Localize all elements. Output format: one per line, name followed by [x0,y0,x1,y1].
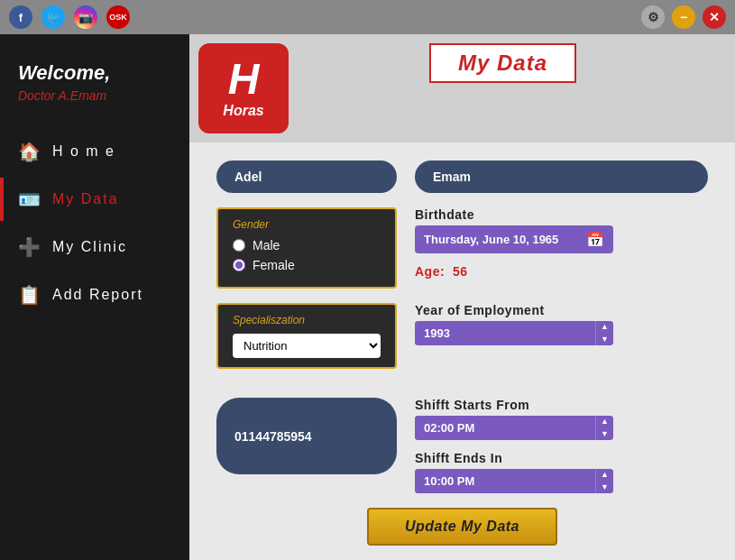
employment-spin-up[interactable]: ▲ [596,321,613,334]
osk-icon[interactable]: OSK [106,5,130,29]
calendar-icon[interactable]: 📅 [586,231,604,248]
close-button[interactable]: ✕ [703,5,726,29]
title-bar: f 🐦 📷 OSK ⚙ − ✕ [0,0,735,34]
page-title-area: My Data [289,43,717,92]
welcome-section: Welcome, Doctor A.Emam [0,52,189,130]
shift-start-buttons: ▲ ▼ [595,416,613,440]
shift-end-spin-up[interactable]: ▲ [596,469,613,482]
sidebar-item-mydata-label: My Data [52,191,119,207]
mydata-icon: 🪪 [18,188,40,210]
employment-spinner[interactable]: ▲ ▼ [415,321,613,345]
myclinic-icon: ➕ [18,236,40,258]
sidebar-item-home[interactable]: 🏠 H o m e [0,130,189,173]
title-bar-right: ⚙ − ✕ [641,5,726,29]
employment-value-input[interactable] [415,321,595,345]
birthdate-group: Birthdate 📅 [415,207,708,253]
sidebar-item-addreport[interactable]: 📋 Add Report [0,273,189,317]
gender-male-radio[interactable] [233,239,245,252]
phone-input[interactable] [234,429,379,444]
employment-spinner-buttons: ▲ ▼ [595,321,613,345]
gender-female-label: Female [253,258,295,272]
shift-start-spinner[interactable]: ▲ ▼ [415,416,613,440]
age-group: Age: 56 [415,264,708,279]
shift-end-value-input[interactable] [415,469,595,493]
twitter-icon[interactable]: 🐦 [41,5,65,29]
nav-menu: 🏠 H o m e 🪪 My Data ➕ My Clinic 📋 Add Re… [0,130,189,317]
phone-display [216,398,397,474]
logo-bar: H Horas My Data [189,34,735,142]
specialization-select[interactable]: Nutrition Cardiology Dermatology General [233,334,381,358]
welcome-text: Welcome, [18,61,171,85]
last-name-input[interactable] [415,161,708,193]
spec-legend: Specialiszation [233,314,381,326]
home-icon: 🏠 [18,141,40,162]
app-logo: H Horas [198,43,289,133]
right-section [415,161,708,193]
shift-start-label: Shifft Starts From [415,398,708,412]
title-bar-left: f 🐦 📷 OSK [9,5,130,29]
spec-left: Specialiszation Nutrition Cardiology Der… [216,303,397,383]
page-title-box: My Data [429,43,576,83]
shift-end-spinner[interactable]: ▲ ▼ [415,469,613,493]
shift-end-buttons: ▲ ▼ [595,469,613,493]
settings-button[interactable]: ⚙ [641,5,665,29]
spec-employment-row: Specialiszation Nutrition Cardiology Der… [216,303,708,383]
sidebar-item-addreport-label: Add Report [52,287,143,303]
name-row [216,161,708,193]
shift-start-group: Shifft Starts From ▲ ▼ [415,398,708,440]
sidebar: Welcome, Doctor A.Emam 🏠 H o m e 🪪 My Da… [0,34,189,560]
gender-female-option[interactable]: Female [233,258,381,272]
gender-female-radio[interactable] [233,259,245,271]
facebook-icon[interactable]: f [9,5,32,29]
shift-end-label: Shifft Ends In [415,451,708,465]
age-label: Age: 56 [415,264,708,279]
age-value: 56 [453,264,468,279]
logo-name: Horas [223,103,263,119]
shift-start-value-input[interactable] [415,416,595,440]
employment-label: Year of Employment [415,303,708,317]
birthdate-input[interactable] [424,233,579,246]
shift-start-spin-down[interactable]: ▼ [596,428,613,441]
gender-left: Gender Male Female [216,207,397,289]
content-area: H Horas My Data [189,34,735,560]
gender-male-option[interactable]: Male [233,238,381,252]
shift-right: Shifft Starts From ▲ ▼ Shifft Ends In [415,398,708,493]
specialization-box: Specialiszation Nutrition Cardiology Der… [216,303,397,369]
shift-end-spin-down[interactable]: ▼ [596,482,613,494]
update-button[interactable]: Update My Data [367,508,557,546]
addreport-icon: 📋 [18,284,40,306]
gender-box: Gender Male Female [216,207,397,289]
gender-birthdate-row: Gender Male Female Birthdate [216,207,708,289]
main-container: Welcome, Doctor A.Emam 🏠 H o m e 🪪 My Da… [0,34,735,560]
page-title: My Data [458,50,547,75]
employment-right: Year of Employment ▲ ▼ [415,303,708,345]
phone-left [216,398,397,474]
gender-legend: Gender [233,218,381,231]
sidebar-item-myclinic-label: My Clinic [52,239,127,255]
sidebar-item-myclinic[interactable]: ➕ My Clinic [0,225,189,269]
birthdate-label: Birthdate [415,207,708,222]
left-col [216,161,397,193]
form-area: Gender Male Female Birthdate [189,142,735,497]
bottom-bar: Update My Data [189,497,735,560]
instagram-icon[interactable]: 📷 [74,5,97,29]
employment-group: Year of Employment ▲ ▼ [415,303,708,345]
doctor-name: Doctor A.Emam [18,88,171,103]
phone-shift-row: Shifft Starts From ▲ ▼ Shifft Ends In [216,398,708,493]
sidebar-item-mydata[interactable]: 🪪 My Data [0,178,189,221]
birthdate-input-wrap[interactable]: 📅 [415,225,613,253]
shift-end-group: Shifft Ends In ▲ ▼ [415,451,708,493]
sidebar-item-home-label: H o m e [52,143,115,160]
shift-start-spin-up[interactable]: ▲ [596,416,613,428]
birthdate-right: Birthdate 📅 Age: 56 [415,207,708,279]
employment-spin-down[interactable]: ▼ [596,334,613,346]
gender-male-label: Male [253,238,280,252]
first-name-input[interactable] [216,161,397,193]
logo-h-letter: H [228,58,260,101]
minimize-button[interactable]: − [672,5,695,29]
